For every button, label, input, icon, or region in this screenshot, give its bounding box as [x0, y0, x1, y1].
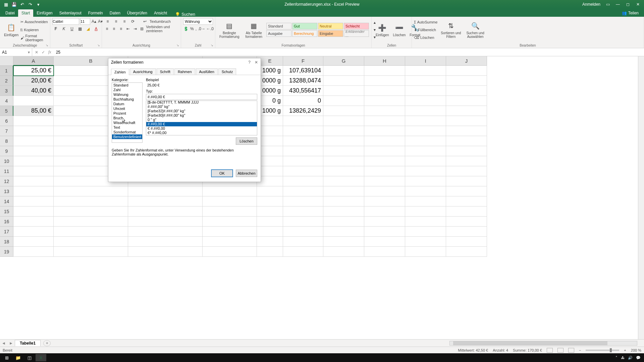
cell[interactable]	[203, 237, 257, 247]
cell[interactable]	[283, 176, 323, 186]
undo-icon[interactable]: ↶	[19, 2, 25, 7]
zoom-level[interactable]: 200 %	[631, 348, 641, 352]
decrease-indent-icon[interactable]: ⇤	[125, 25, 131, 33]
cell[interactable]	[283, 146, 323, 156]
column-header[interactable]: I	[405, 56, 446, 66]
increase-indent-icon[interactable]: ⇥	[132, 25, 138, 33]
cell[interactable]	[405, 186, 446, 196]
cell[interactable]	[13, 116, 54, 126]
bold-icon[interactable]: F	[52, 25, 59, 33]
category-item[interactable]: Uhrzeit	[112, 106, 142, 111]
clipboard-dialog-launcher-icon[interactable]: ↘	[46, 44, 49, 47]
row-header[interactable]: 7	[0, 126, 13, 136]
cell[interactable]	[405, 237, 446, 247]
normal-view-icon[interactable]	[547, 348, 553, 353]
cell[interactable]	[283, 206, 323, 217]
cell[interactable]	[323, 116, 364, 126]
autosum-button[interactable]: ΣAutoSumme	[414, 18, 437, 26]
cell[interactable]	[128, 206, 203, 217]
cell[interactable]	[128, 247, 203, 257]
tray-notifications-icon[interactable]: 💬	[636, 356, 641, 360]
cell-style-standard[interactable]: Standard	[266, 23, 291, 29]
cell[interactable]	[405, 166, 446, 176]
conditional-formatting-button[interactable]: ▤ Bedingte Formatierung	[217, 18, 241, 42]
cell[interactable]	[128, 217, 203, 227]
cell[interactable]	[54, 217, 128, 227]
cell[interactable]	[203, 247, 257, 257]
category-item[interactable]: Buchhaltung	[112, 97, 142, 102]
cell[interactable]	[323, 106, 364, 116]
tab-file[interactable]: Datei	[2, 9, 18, 17]
cell[interactable]	[257, 227, 283, 237]
cell[interactable]	[323, 126, 364, 136]
close-icon[interactable]: ✕	[635, 2, 641, 7]
redo-icon[interactable]: ↷	[28, 2, 33, 7]
cell[interactable]	[257, 247, 283, 257]
fill-button[interactable]: ⬇Füllbereich	[414, 26, 437, 34]
cell[interactable]	[283, 156, 323, 166]
cell[interactable]	[257, 237, 283, 247]
cell[interactable]	[283, 126, 323, 136]
cell[interactable]	[203, 186, 257, 196]
category-item[interactable]: Sonderformat	[112, 130, 142, 134]
cell[interactable]	[13, 156, 54, 166]
category-item[interactable]: Text	[112, 125, 142, 130]
row-header[interactable]: 11	[0, 166, 13, 176]
cell[interactable]	[446, 66, 487, 76]
cell[interactable]	[323, 76, 364, 86]
formula-input[interactable]	[54, 50, 644, 55]
cell[interactable]	[364, 206, 405, 217]
row-header[interactable]: 5	[0, 106, 13, 116]
category-item[interactable]: Zahl	[112, 87, 142, 92]
cell[interactable]	[13, 126, 54, 136]
type-list[interactable]: _-* #.##0,00 €_-;-* #.##0,00 €_-;_-* "-"…	[146, 101, 257, 135]
find-select-button[interactable]: 🔍Suchen und Auswählen	[464, 18, 486, 42]
type-list-item[interactable]: 0 " g"	[146, 118, 257, 122]
dialog-tab[interactable]: Schutz	[218, 68, 236, 75]
cell[interactable]	[364, 96, 405, 106]
add-sheet-button[interactable]: +	[43, 340, 51, 346]
sheet-nav-next-icon[interactable]: ►	[7, 341, 15, 346]
name-box[interactable]: A1▾	[0, 48, 32, 56]
tab-insert[interactable]: Einfügen	[33, 9, 56, 17]
cell[interactable]	[257, 217, 283, 227]
cell[interactable]	[13, 146, 54, 156]
orientation-icon[interactable]: ⟳	[129, 18, 137, 25]
alignment-dialog-launcher-icon[interactable]: ↘	[176, 44, 180, 47]
category-item[interactable]: Prozent	[112, 111, 142, 116]
row-header[interactable]: 10	[0, 156, 13, 166]
cell[interactable]	[405, 156, 446, 166]
file-explorer-icon[interactable]: 📁	[13, 354, 23, 361]
comma-format-icon[interactable]: ,	[195, 25, 197, 33]
spreadsheet-grid[interactable]: ABCDEFGHIJ 12345678910111213141516171819…	[0, 56, 644, 339]
align-top-icon[interactable]: ≡	[104, 18, 111, 25]
zoom-slider[interactable]	[586, 350, 619, 351]
cell[interactable]	[283, 136, 323, 146]
row-header[interactable]: 17	[0, 227, 13, 237]
column-header[interactable]: J	[446, 56, 487, 66]
tab-page-layout[interactable]: Seitenlayout	[56, 9, 85, 17]
cell[interactable]	[446, 176, 487, 186]
cell[interactable]	[323, 146, 364, 156]
cell[interactable]	[446, 227, 487, 237]
cell[interactable]: 13826,2429	[283, 106, 323, 116]
type-list-item[interactable]: [$-de-DE]TTTT, T. MMMM JJJJ	[146, 101, 257, 105]
italic-icon[interactable]: K	[60, 25, 67, 33]
cell-style-output[interactable]: Ausgabe	[266, 30, 291, 37]
paste-button[interactable]: 📋 Einfügen	[2, 18, 20, 42]
cell[interactable]	[405, 176, 446, 186]
accounting-format-icon[interactable]: 💲	[183, 25, 189, 33]
cell[interactable]	[405, 76, 446, 86]
cell[interactable]	[54, 196, 128, 206]
cell-style-calculation[interactable]: Berechnung	[292, 30, 317, 37]
row-header[interactable]: 3	[0, 86, 13, 96]
fx-icon[interactable]: fx	[48, 50, 51, 55]
cell[interactable]	[128, 196, 203, 206]
row-header[interactable]: 1	[0, 66, 13, 76]
start-button[interactable]: ⊞	[1, 354, 12, 361]
category-item[interactable]: Bruch	[112, 116, 142, 120]
cell[interactable]	[13, 136, 54, 146]
column-header[interactable]: A	[13, 56, 54, 66]
cell[interactable]	[13, 96, 54, 106]
cell[interactable]	[13, 237, 54, 247]
